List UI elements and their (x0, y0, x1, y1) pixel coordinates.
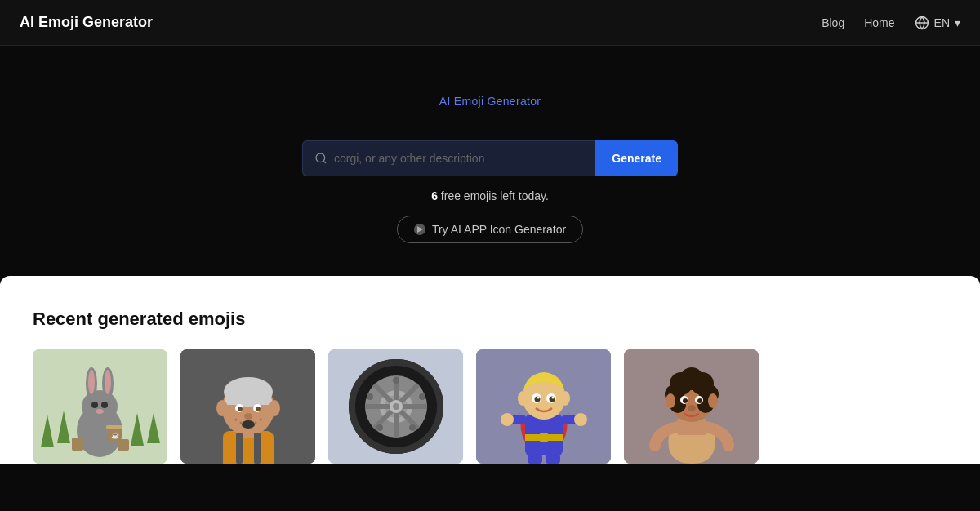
svg-point-17 (96, 409, 104, 414)
man-emoji-art (180, 349, 315, 464)
emoji-card[interactable]: ☕ (33, 349, 167, 464)
language-label: EN (934, 16, 950, 29)
svg-rect-40 (236, 433, 243, 464)
search-icon (314, 152, 327, 165)
svg-point-68 (537, 397, 540, 399)
svg-rect-77 (546, 454, 560, 464)
svg-point-36 (255, 422, 257, 424)
header-nav: Blog Home EN ▾ (822, 16, 960, 30)
svg-point-39 (269, 400, 280, 416)
bunny-emoji-art: ☕ (33, 349, 167, 464)
tire-emoji-art (328, 349, 463, 464)
svg-point-95 (708, 393, 718, 408)
svg-point-91 (683, 398, 688, 403)
svg-point-33 (242, 420, 255, 429)
svg-point-16 (101, 402, 108, 408)
free-count-number: 6 (431, 189, 438, 202)
recent-section: Recent generated emojis (0, 276, 980, 464)
svg-point-69 (552, 397, 555, 399)
hero-section: AI Emoji Generator Generate 6 free emoji… (0, 46, 980, 276)
try-app-icon-button[interactable]: Try AI APP Icon Generator (397, 216, 583, 243)
svg-point-55 (419, 393, 425, 400)
hero-subtitle: AI Emoji Generator (439, 95, 541, 108)
svg-point-58 (367, 393, 373, 400)
emoji-card[interactable] (180, 349, 315, 464)
svg-rect-22 (118, 439, 129, 451)
generate-button[interactable]: Generate (595, 140, 678, 176)
svg-point-56 (409, 424, 416, 431)
search-container: Generate (302, 140, 678, 176)
site-logo: AI Emoji Generator (20, 14, 153, 31)
svg-point-30 (238, 407, 243, 411)
free-count-suffix: free emojis left today. (438, 189, 549, 202)
svg-point-93 (688, 405, 696, 411)
svg-line-3 (323, 161, 326, 163)
try-button-label: Try AI APP Icon Generator (432, 223, 566, 236)
svg-point-10 (82, 390, 118, 423)
svg-rect-41 (254, 433, 261, 464)
svg-point-75 (560, 391, 570, 406)
play-triangle (417, 226, 423, 233)
superhero-emoji-art (476, 349, 611, 464)
svg-point-14 (105, 370, 111, 394)
svg-point-32 (244, 413, 252, 420)
svg-point-31 (256, 407, 261, 411)
search-box (302, 140, 595, 176)
svg-point-74 (518, 391, 528, 406)
nav-blog[interactable]: Blog (822, 16, 844, 29)
svg-rect-19 (106, 425, 122, 429)
svg-point-71 (501, 413, 514, 426)
svg-rect-76 (528, 454, 542, 464)
svg-point-38 (216, 400, 228, 416)
svg-point-57 (376, 424, 383, 431)
chevron-down-icon: ▾ (955, 16, 960, 29)
emoji-card[interactable] (476, 349, 611, 464)
emoji-grid: ☕ (33, 349, 947, 464)
nav-home[interactable]: Home (864, 16, 894, 29)
svg-point-53 (393, 403, 399, 410)
svg-point-34 (235, 419, 238, 421)
emoji-card[interactable] (624, 349, 759, 464)
svg-point-92 (697, 398, 702, 403)
free-count-text: 6 free emojis left today. (431, 189, 549, 202)
woman-emoji-art (624, 349, 759, 464)
svg-rect-21 (72, 438, 83, 451)
globe-icon (915, 16, 929, 30)
svg-point-54 (393, 377, 399, 384)
svg-point-94 (666, 393, 675, 408)
svg-point-37 (260, 419, 262, 421)
svg-point-35 (240, 422, 243, 424)
recent-title: Recent generated emojis (33, 309, 947, 330)
header: AI Emoji Generator Blog Home EN ▾ (0, 0, 980, 46)
svg-point-73 (574, 413, 587, 426)
language-selector[interactable]: EN ▾ (915, 16, 960, 30)
search-input[interactable] (334, 152, 584, 165)
svg-point-2 (316, 153, 325, 162)
svg-text:☕: ☕ (111, 431, 119, 439)
svg-point-15 (91, 402, 98, 408)
svg-rect-62 (540, 433, 548, 442)
svg-point-13 (88, 370, 95, 394)
emoji-card[interactable] (328, 349, 463, 464)
play-icon (414, 224, 425, 235)
